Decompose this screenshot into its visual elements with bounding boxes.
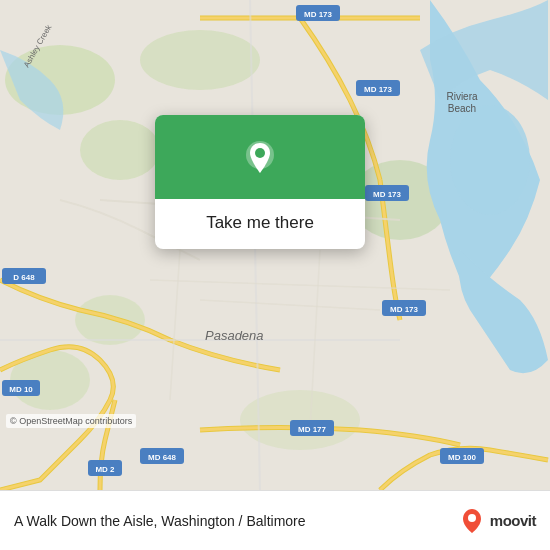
take-me-there-label: Take me there [206, 213, 314, 232]
svg-text:MD 10: MD 10 [9, 385, 33, 394]
svg-text:D 648: D 648 [13, 273, 35, 282]
map-container: MD 173 MD 173 MD 173 MD 173 D 648 MD 648… [0, 0, 550, 490]
svg-text:Riviera: Riviera [446, 91, 478, 102]
svg-text:MD 648: MD 648 [148, 453, 177, 462]
svg-text:MD 173: MD 173 [390, 305, 419, 314]
svg-text:Pasadena: Pasadena [205, 328, 264, 343]
svg-point-5 [75, 295, 145, 345]
bottom-bar: A Walk Down the Aisle, Washington / Balt… [0, 490, 550, 550]
popup-card[interactable]: Take me there [155, 115, 365, 249]
svg-point-43 [255, 148, 265, 158]
map-attribution: © OpenStreetMap contributors [6, 414, 136, 428]
moovit-text-label: moovit [490, 512, 536, 529]
svg-text:MD 177: MD 177 [298, 425, 327, 434]
svg-point-3 [140, 30, 260, 90]
svg-text:MD 173: MD 173 [364, 85, 393, 94]
svg-text:MD 2: MD 2 [95, 465, 115, 474]
svg-text:Beach: Beach [448, 103, 476, 114]
moovit-logo: moovit [458, 507, 536, 535]
svg-text:MD 173: MD 173 [304, 10, 333, 19]
popup-header [155, 115, 365, 199]
destination-title: A Walk Down the Aisle, Washington / Balt… [14, 513, 448, 529]
svg-point-8 [450, 105, 530, 215]
svg-text:MD 100: MD 100 [448, 453, 477, 462]
popup-body: Take me there [155, 199, 365, 249]
moovit-pin-icon [458, 507, 486, 535]
location-pin-icon [238, 137, 282, 181]
svg-point-2 [80, 120, 160, 180]
svg-text:MD 173: MD 173 [373, 190, 402, 199]
svg-point-44 [468, 514, 476, 522]
